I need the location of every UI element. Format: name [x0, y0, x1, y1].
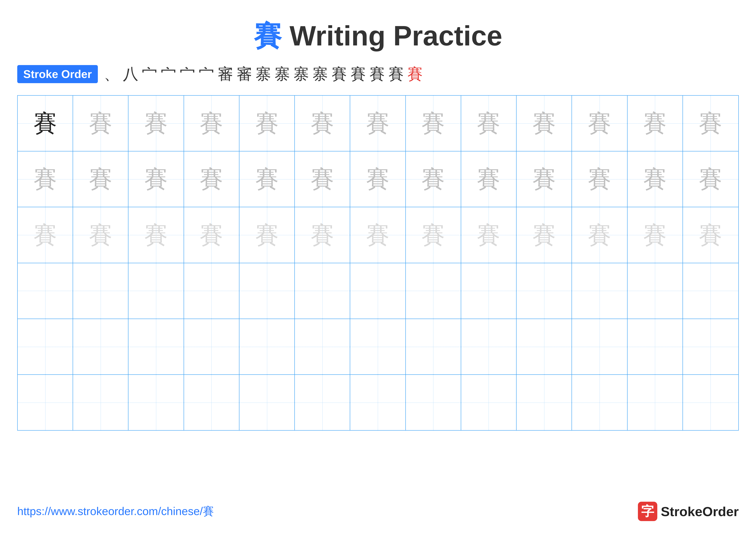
grid-cell-2-2[interactable]: 賽	[128, 207, 184, 263]
grid-cell-2-3[interactable]: 賽	[184, 207, 239, 263]
grid-cell-0-7[interactable]: 賽	[406, 96, 461, 151]
grid-cell-1-5[interactable]: 賽	[295, 151, 350, 207]
cell-char: 賽	[588, 219, 611, 251]
grid-cell-2-0[interactable]: 賽	[18, 207, 73, 263]
grid-row-4	[18, 319, 738, 375]
grid-cell-5-11[interactable]	[628, 375, 683, 430]
grid-cell-4-7[interactable]	[406, 319, 461, 374]
grid-cell-0-1[interactable]: 賽	[73, 96, 128, 151]
grid-cell-3-3[interactable]	[184, 263, 239, 318]
grid-cell-5-7[interactable]	[406, 375, 461, 430]
grid-cell-0-0[interactable]: 賽	[18, 96, 73, 151]
grid-cell-5-8[interactable]	[461, 375, 517, 430]
grid-cell-2-9[interactable]: 賽	[517, 207, 572, 263]
grid-cell-5-4[interactable]	[239, 375, 295, 430]
grid-cell-3-8[interactable]	[461, 263, 517, 318]
grid-cell-3-10[interactable]	[572, 263, 627, 318]
grid-cell-4-8[interactable]	[461, 319, 517, 374]
grid-row-2: 賽賽賽賽賽賽賽賽賽賽賽賽賽	[18, 207, 738, 263]
cell-char: 賽	[144, 219, 168, 251]
grid-cell-2-8[interactable]: 賽	[461, 207, 517, 263]
cell-char: 賽	[366, 219, 390, 251]
grid-cell-4-1[interactable]	[73, 319, 128, 374]
grid-cell-5-10[interactable]	[572, 375, 627, 430]
grid-cell-0-12[interactable]: 賽	[683, 96, 738, 151]
grid-cell-1-6[interactable]: 賽	[350, 151, 406, 207]
grid-row-1: 賽賽賽賽賽賽賽賽賽賽賽賽賽	[18, 151, 738, 207]
grid-cell-3-12[interactable]	[683, 263, 738, 318]
grid-cell-2-1[interactable]: 賽	[73, 207, 128, 263]
grid-cell-1-7[interactable]: 賽	[406, 151, 461, 207]
grid-cell-1-3[interactable]: 賽	[184, 151, 239, 207]
grid-cell-3-7[interactable]	[406, 263, 461, 318]
grid-cell-2-5[interactable]: 賽	[295, 207, 350, 263]
stroke-step-5: 宀	[197, 64, 216, 85]
grid-cell-3-6[interactable]	[350, 263, 406, 318]
grid-cell-5-0[interactable]	[18, 375, 73, 430]
grid-cell-1-10[interactable]: 賽	[572, 151, 627, 207]
cell-char: 賽	[33, 163, 57, 195]
grid-cell-5-6[interactable]	[350, 375, 406, 430]
grid-cell-1-2[interactable]: 賽	[128, 151, 184, 207]
grid-row-0: 賽賽賽賽賽賽賽賽賽賽賽賽賽	[18, 96, 738, 151]
stroke-step-7: 審	[235, 64, 254, 85]
grid-cell-4-11[interactable]	[628, 319, 683, 374]
stroke-order-badge: Stroke Order	[17, 65, 98, 83]
grid-cell-3-4[interactable]	[239, 263, 295, 318]
grid-cell-1-8[interactable]: 賽	[461, 151, 517, 207]
grid-cell-0-4[interactable]: 賽	[239, 96, 295, 151]
grid-cell-2-10[interactable]: 賽	[572, 207, 627, 263]
grid-cell-1-4[interactable]: 賽	[239, 151, 295, 207]
grid-cell-1-12[interactable]: 賽	[683, 151, 738, 207]
grid-cell-0-2[interactable]: 賽	[128, 96, 184, 151]
cell-char: 賽	[255, 163, 279, 195]
grid-cell-0-5[interactable]: 賽	[295, 96, 350, 151]
grid-cell-2-11[interactable]: 賽	[628, 207, 683, 263]
grid-cell-0-6[interactable]: 賽	[350, 96, 406, 151]
grid-cell-4-5[interactable]	[295, 319, 350, 374]
practice-grid: 賽賽賽賽賽賽賽賽賽賽賽賽賽賽賽賽賽賽賽賽賽賽賽賽賽賽賽賽賽賽賽賽賽賽賽賽賽賽賽	[17, 95, 739, 431]
grid-cell-5-12[interactable]	[683, 375, 738, 430]
stroke-step-6: 審	[216, 64, 235, 85]
grid-cell-3-0[interactable]	[18, 263, 73, 318]
grid-cell-5-1[interactable]	[73, 375, 128, 430]
stroke-step-11: 寨	[311, 64, 330, 85]
grid-cell-5-2[interactable]	[128, 375, 184, 430]
grid-cell-4-9[interactable]	[517, 319, 572, 374]
grid-cell-2-6[interactable]: 賽	[350, 207, 406, 263]
grid-cell-4-6[interactable]	[350, 319, 406, 374]
grid-cell-4-0[interactable]	[18, 319, 73, 374]
grid-cell-3-11[interactable]	[628, 263, 683, 318]
grid-cell-2-12[interactable]: 賽	[683, 207, 738, 263]
logo-text: StrokeOrder	[661, 504, 739, 519]
grid-cell-0-3[interactable]: 賽	[184, 96, 239, 151]
grid-cell-4-10[interactable]	[572, 319, 627, 374]
grid-cell-2-4[interactable]: 賽	[239, 207, 295, 263]
grid-cell-1-1[interactable]: 賽	[73, 151, 128, 207]
grid-cell-3-1[interactable]	[73, 263, 128, 318]
grid-cell-3-9[interactable]	[517, 263, 572, 318]
grid-cell-5-5[interactable]	[295, 375, 350, 430]
cell-char: 賽	[89, 163, 113, 195]
cell-char: 賽	[255, 219, 279, 251]
grid-cell-3-5[interactable]	[295, 263, 350, 318]
grid-cell-0-11[interactable]: 賽	[628, 96, 683, 151]
grid-cell-1-11[interactable]: 賽	[628, 151, 683, 207]
grid-cell-4-12[interactable]	[683, 319, 738, 374]
grid-cell-4-4[interactable]	[239, 319, 295, 374]
grid-cell-4-3[interactable]	[184, 319, 239, 374]
cell-char: 賽	[643, 219, 667, 251]
cell-char: 賽	[33, 219, 57, 251]
grid-cell-0-8[interactable]: 賽	[461, 96, 517, 151]
footer-url[interactable]: https://www.strokeorder.com/chinese/賽	[17, 504, 214, 519]
grid-cell-1-0[interactable]: 賽	[18, 151, 73, 207]
grid-cell-2-7[interactable]: 賽	[406, 207, 461, 263]
cell-char: 賽	[643, 107, 667, 140]
grid-cell-5-9[interactable]	[517, 375, 572, 430]
grid-cell-4-2[interactable]	[128, 319, 184, 374]
grid-cell-3-2[interactable]	[128, 263, 184, 318]
grid-cell-0-9[interactable]: 賽	[517, 96, 572, 151]
grid-cell-5-3[interactable]	[184, 375, 239, 430]
grid-cell-0-10[interactable]: 賽	[572, 96, 627, 151]
grid-cell-1-9[interactable]: 賽	[517, 151, 572, 207]
